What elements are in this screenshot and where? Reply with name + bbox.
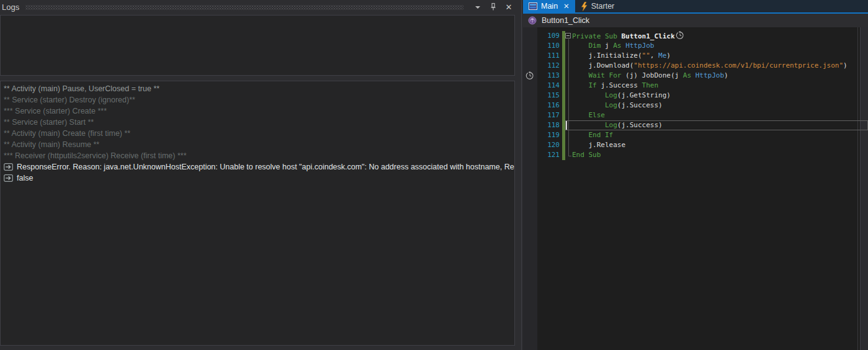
logs-panel-titlebar[interactable]: Logs ✕	[0, 0, 519, 14]
line-number: 120	[523, 140, 562, 150]
dock-grip-texture[interactable]	[25, 5, 463, 10]
line-number: 121	[523, 150, 562, 160]
tab-starter-label: Starter	[591, 2, 615, 11]
log-entry: ** Activity (main) Create (first time) *…	[1, 128, 514, 139]
close-icon: ✕	[506, 3, 512, 11]
log-entry: ** Service (starter) Destroy (ignored)**	[1, 94, 514, 105]
tab-main[interactable]: Main ✕	[523, 0, 575, 12]
logs-pin-button[interactable]	[488, 1, 499, 12]
line-number: 116	[523, 101, 562, 110]
tab-close-button[interactable]: ✕	[563, 2, 570, 11]
code-line: 119 End If	[523, 130, 868, 140]
code-line: 120 j.Release	[523, 140, 868, 150]
code-line: 114 If j.Success Then	[523, 81, 868, 91]
code-line: 110 Dim j As HttpJob	[523, 41, 868, 51]
line-number: 110	[523, 41, 562, 51]
logs-upper-empty-area[interactable]	[0, 15, 515, 76]
code-line: 116 Log(j.Success)	[523, 101, 868, 110]
b4a-ide-window: Logs ✕ ** Activity (main) Pause, UserClo…	[0, 0, 868, 350]
log-entry: *** Receiver (httputils2service) Receive…	[1, 150, 514, 161]
code-line: 117 Else	[523, 110, 868, 120]
log-entry: *** Service (starter) Create ***	[1, 105, 514, 117]
line-number: 119	[523, 130, 562, 140]
line-number: 118	[523, 120, 562, 130]
line-number: 112	[523, 61, 562, 71]
log-entry: ResponseError. Reason: java.net.UnknownH…	[1, 161, 514, 173]
pin-icon	[490, 2, 497, 11]
log-entry: ** Activity (main) Pause, UserClosed = t…	[1, 83, 514, 94]
chevron-down-icon	[475, 6, 480, 9]
log-entry: ** Service (starter) Start **	[1, 117, 514, 128]
code-line: 113 Wait For (j) JobDone(j As HttpJob)	[523, 71, 868, 81]
fold-collapse-marker[interactable]	[565, 33, 571, 38]
code-editor[interactable]: 109Private Sub Button1_Click110 Dim j As…	[523, 27, 868, 350]
code-line: 111 j.Initialize("", Me)	[523, 51, 868, 61]
code-line: 112 j.Download("https://api.coindesk.com…	[523, 61, 868, 71]
log-view[interactable]: ** Activity (main) Pause, UserClosed = t…	[0, 81, 515, 346]
resumable-sub-clock-icon	[526, 71, 535, 81]
code-lines: 109Private Sub Button1_Click110 Dim j As…	[523, 27, 868, 350]
line-number: 117	[523, 110, 562, 120]
panel-splitter[interactable]	[521, 0, 522, 350]
line-number: 115	[523, 91, 562, 101]
tab-main-label: Main	[541, 2, 558, 11]
line-number: 109	[523, 31, 562, 41]
expand-arrow-icon[interactable]	[4, 163, 13, 171]
log-entry: false	[1, 173, 514, 184]
expand-arrow-icon[interactable]	[4, 174, 13, 182]
sub-sphere-icon	[528, 16, 537, 25]
current-sub-label: Button1_Click	[542, 16, 589, 25]
code-editor-panel: Main ✕ Starter Button1_Click	[523, 0, 868, 350]
logs-window-position-button[interactable]	[472, 1, 483, 12]
text-caret	[566, 121, 567, 130]
log-entry: ** Activity (main) Resume **	[1, 139, 514, 150]
code-line: 115 Log(j.GetString)	[523, 91, 868, 101]
logs-panel-title: Logs	[2, 2, 19, 12]
code-line: 118 Log(j.Success)	[523, 120, 868, 130]
code-line: 109Private Sub Button1_Click	[523, 31, 868, 41]
window-icon	[529, 2, 537, 10]
lightning-icon	[581, 2, 588, 11]
tab-starter[interactable]: Starter	[575, 0, 620, 12]
current-sub-selector[interactable]: Button1_Click	[523, 14, 868, 27]
code-line: 121End Sub	[523, 150, 868, 160]
line-number: 114	[523, 81, 562, 91]
fold-guide-line	[568, 39, 571, 156]
line-number: 111	[523, 51, 562, 61]
logs-close-button[interactable]: ✕	[503, 1, 514, 12]
editor-tab-strip: Main ✕ Starter	[523, 0, 868, 14]
